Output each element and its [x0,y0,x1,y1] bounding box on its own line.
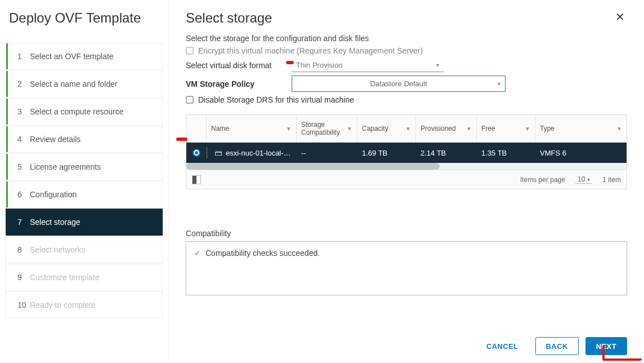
step-number: 2 [17,79,30,88]
cell-storage-compat: -- [297,149,357,157]
wizard-step-2[interactable]: 2Select a name and folder [6,70,163,98]
step-number: 9 [17,273,30,282]
cell-name: 🗃 esxi-nuc-01-local-… [210,148,297,157]
th-capacity[interactable]: Capacity▼ [357,115,416,142]
step-number: 8 [17,245,30,254]
annotation-mark [286,61,294,64]
table-body: 🗃 esxi-nuc-01-local-… -- 1.69 TB 2.14 TB… [186,143,627,163]
wizard-title: Deploy OVF Template [6,10,163,26]
step-label: Customize template [30,273,162,282]
cancel-button[interactable]: CANCEL [476,337,529,355]
step-number: 6 [17,190,30,199]
wizard-step-8: 8Select networks [6,236,163,263]
cell-provisioned: 2.14 TB [416,149,477,157]
filter-icon[interactable]: ▼ [466,126,472,132]
back-button[interactable]: BACK [535,337,579,355]
close-icon[interactable]: ✕ [613,10,627,24]
check-icon: ✓ [194,249,201,258]
step-label: Select storage [30,218,162,227]
wizard-step-10: 10Ready to complete [6,291,163,318]
wizard-step-1[interactable]: 1Select an OVF template [6,43,163,70]
step-number: 4 [17,135,30,144]
wizard-step-9: 9Customize template [6,264,163,291]
step-number: 5 [17,162,30,171]
compatibility-box: ✓ Compatibility checks succeeded. [186,241,627,295]
th-radio [186,115,207,142]
step-label: Select a name and folder [30,79,162,88]
disk-format-value: Thin Provision [296,61,342,69]
th-name[interactable]: Name▼ [207,115,297,142]
items-per-page-select[interactable]: 10 ▾ [575,175,592,184]
wizard-step-4[interactable]: 4Review details [6,126,163,153]
chevron-down-icon: ▾ [587,176,590,183]
th-storage-compat[interactable]: Storage Compatibility▼ [297,115,357,142]
wizard-sidebar: Deploy OVF Template 1Select an OVF templ… [0,0,169,363]
wizard-step-5[interactable]: 5License agreements [6,153,163,180]
row-radio-cell[interactable] [186,149,207,157]
chevron-down-icon: ▾ [436,62,439,68]
storage-policy-select[interactable]: Datastore Default ▾ [292,76,506,92]
page-title: Select storage [186,10,272,26]
datastore-table: Name▼ Storage Compatibility▼ Capacity▼ P… [186,114,627,189]
filter-icon[interactable]: ▼ [347,126,352,132]
filter-icon[interactable]: ▼ [525,126,530,132]
filter-icon[interactable]: ▼ [286,126,292,132]
column-toggle-icon[interactable] [192,175,201,184]
cell-type: VMFS 6 [535,149,627,157]
step-number: 1 [17,52,30,61]
disk-format-select[interactable]: Thin Provision ▾ [292,59,444,72]
encrypt-checkbox[interactable] [186,47,194,55]
chevron-down-icon: ▾ [498,81,500,87]
storage-policy-label: VM Storage Policy [186,79,292,88]
scroll-thumb[interactable] [186,163,440,170]
table-row[interactable]: 🗃 esxi-nuc-01-local-… -- 1.69 TB 2.14 TB… [186,143,627,163]
th-free[interactable]: Free▼ [477,115,535,142]
disable-drs-label: Disable Storage DRS for this virtual mac… [198,95,354,104]
page-subtitle: Select the storage for the configuration… [186,34,627,43]
disk-format-row: Select virtual disk format Thin Provisio… [186,59,627,72]
total-items: 1 item [602,176,621,184]
step-label: Review details [30,135,162,144]
filter-icon[interactable]: ▼ [616,126,622,132]
compatibility-message: Compatibility checks succeeded. [205,249,320,258]
items-per-page-label: Items per page [520,176,565,184]
step-number: 10 [17,300,30,309]
radio-selected-icon [193,149,200,157]
step-label: Select networks [30,245,162,254]
encrypt-row: Encrypt this virtual machine (Requires K… [186,46,627,55]
table-footer: Items per page 10 ▾ 1 item [186,170,627,189]
disable-drs-checkbox[interactable] [186,96,194,104]
encrypt-label: Encrypt this virtual machine (Requires K… [198,46,423,55]
step-label: Select a compute resource [30,107,162,116]
wizard-step-6[interactable]: 6Configuration [6,181,163,208]
step-number: 7 [17,218,30,227]
table-header: Name▼ Storage Compatibility▼ Capacity▼ P… [186,115,627,143]
annotation-mark [602,345,642,361]
wizard-step-7[interactable]: 7Select storage [6,209,163,236]
storage-policy-row: VM Storage Policy Datastore Default ▾ [186,76,627,92]
step-label: License agreements [30,162,162,171]
cell-capacity: 1.69 TB [357,149,416,157]
th-provisioned[interactable]: Provisioned▼ [416,115,477,142]
datastore-icon: 🗃 [214,148,222,157]
disable-drs-row: Disable Storage DRS for this virtual mac… [186,95,627,104]
step-label: Ready to complete [30,300,162,309]
compatibility-title: Compatibility [186,229,627,238]
step-number: 3 [17,107,30,116]
disk-format-label: Select virtual disk format [186,61,292,70]
horizontal-scrollbar[interactable] [186,163,627,170]
th-type[interactable]: Type▼ [535,115,627,142]
storage-policy-value: Datastore Default [370,79,427,88]
wizard-steps: 1Select an OVF template2Select a name an… [6,43,163,319]
step-label: Select an OVF template [30,52,162,61]
cell-free: 1.35 TB [477,149,535,157]
step-label: Configuration [30,190,162,199]
wizard-content: Select storage ✕ Select the storage for … [169,0,644,363]
annotation-mark [176,138,187,141]
filter-icon[interactable]: ▼ [405,126,411,132]
wizard-step-3[interactable]: 3Select a compute resource [6,98,163,125]
